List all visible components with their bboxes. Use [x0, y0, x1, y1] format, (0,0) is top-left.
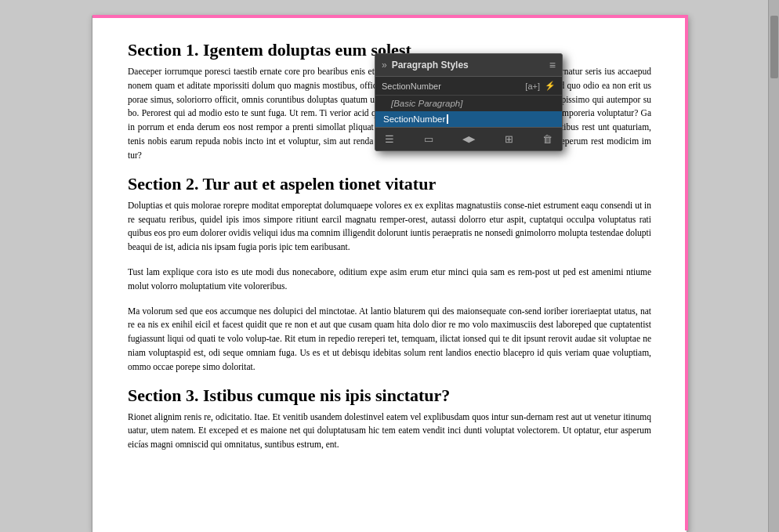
- section-2-body3: Ma volorum sed que eos accumque nes dolu…: [128, 305, 651, 375]
- delete-style-button[interactable]: 🗑: [539, 132, 556, 147]
- lightning-icon[interactable]: ⚡: [545, 81, 556, 91]
- panel-footer: ☰ ▭ ◀▶ ⊞ 🗑: [375, 127, 562, 150]
- list-item-basic-paragraph[interactable]: [Basic Paragraph]: [375, 96, 562, 111]
- create-new-style-button[interactable]: ☰: [382, 132, 397, 147]
- panel-search-row: SectionNumber [a+] ⚡: [375, 77, 562, 96]
- panel-search-label: SectionNumber: [382, 81, 525, 91]
- section-3-heading: Section 3. Istibus cumque nis ipis sinct…: [128, 385, 651, 406]
- section-2: Section 2. Tur aut et aspelen tionet vit…: [128, 174, 651, 375]
- section-2-body1: Doluptias et quis molorae rorepre modita…: [128, 199, 651, 255]
- panel-collapse-icon[interactable]: »: [382, 60, 387, 71]
- redefine-style-button[interactable]: ◀▶: [459, 132, 478, 146]
- clear-overrides-button[interactable]: ⊞: [502, 132, 516, 147]
- vertical-scrollbar[interactable]: [768, 0, 779, 532]
- basic-paragraph-label: [Basic Paragraph]: [391, 99, 462, 108]
- add-style-icon[interactable]: [a+]: [525, 81, 540, 91]
- section-number-label: SectionNumber: [383, 114, 445, 124]
- panel-list: [Basic Paragraph] SectionNumber: [375, 96, 562, 127]
- section-3: Section 3. Istibus cumque nis ipis sinct…: [128, 385, 651, 452]
- panel-title-area: » Paragraph Styles: [382, 60, 469, 71]
- cursor-indicator: [447, 114, 448, 124]
- scrollbar-thumb[interactable]: [770, 16, 778, 78]
- section-2-heading: Section 2. Tur aut et aspelen tionet vit…: [128, 174, 651, 194]
- panel-title: Paragraph Styles: [392, 60, 469, 71]
- panel-menu-icon[interactable]: ≡: [549, 59, 556, 71]
- panel-header: » Paragraph Styles ≡: [375, 54, 562, 77]
- list-item-section-number[interactable]: SectionNumber: [375, 111, 562, 127]
- section-2-body2: Tust lam explique cora isto es ute modi …: [128, 266, 651, 294]
- panel-search-icons: [a+] ⚡: [525, 81, 556, 91]
- paragraph-styles-panel: » Paragraph Styles ≡ SectionNumber [a+] …: [375, 53, 563, 151]
- section-3-body: Rionet alignim renis re, odicitatio. Ita…: [128, 411, 651, 452]
- load-styles-button[interactable]: ▭: [421, 132, 437, 147]
